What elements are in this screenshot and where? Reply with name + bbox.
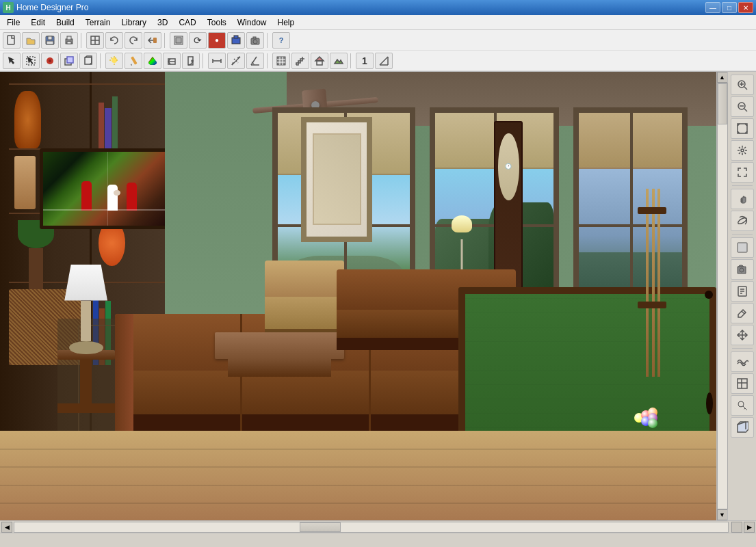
- viewport-canvas[interactable]: 🕐: [0, 72, 716, 520]
- menu-window[interactable]: Window: [232, 16, 272, 29]
- tv-screen: [40, 148, 176, 229]
- svg-rect-36: [277, 57, 285, 65]
- number-one[interactable]: 1: [356, 53, 374, 69]
- dimension-tool[interactable]: [208, 53, 226, 69]
- angle-tool[interactable]: [246, 53, 264, 69]
- scroll-track-horizontal[interactable]: [14, 522, 729, 533]
- back-button[interactable]: [144, 32, 161, 49]
- zoom-out-tool[interactable]: [731, 96, 754, 117]
- transform-tool[interactable]: [60, 53, 78, 69]
- tool-red[interactable]: ●: [208, 32, 226, 49]
- menu-library[interactable]: Library: [116, 16, 152, 29]
- scroll-thumb-vertical[interactable]: [718, 83, 727, 124]
- wave-tool[interactable]: [731, 351, 754, 372]
- menu-3d[interactable]: 3D: [152, 16, 173, 29]
- terrain-tool[interactable]: [330, 53, 348, 69]
- maximize-button[interactable]: □: [722, 2, 737, 13]
- save-button[interactable]: [41, 32, 59, 49]
- app-icon: H: [3, 2, 14, 13]
- scroll-down-button[interactable]: ▼: [717, 509, 728, 520]
- svg-line-35: [251, 57, 257, 65]
- rtool-sep-3: [732, 348, 753, 349]
- rotate-tool[interactable]: ⟳: [189, 32, 207, 49]
- scroll-thumb-horizontal[interactable]: [300, 522, 341, 532]
- coffee-table: [215, 332, 343, 377]
- scroll-up-button[interactable]: ▲: [717, 72, 728, 83]
- help-button[interactable]: ?: [272, 32, 290, 49]
- selection-tool[interactable]: [22, 53, 40, 69]
- toolbar-sep-3: [267, 33, 270, 48]
- select-view-tool[interactable]: [731, 237, 754, 258]
- menu-bar: File Edit Build Terrain Library 3D CAD T…: [0, 15, 756, 30]
- open-button[interactable]: [22, 32, 40, 49]
- svg-rect-25: [131, 56, 137, 64]
- cue-rack: [638, 189, 666, 377]
- tool-plan[interactable]: [227, 32, 245, 49]
- zoom-fit-tool[interactable]: [731, 162, 754, 183]
- title-bar: H Home Designer Pro — □ ✕: [0, 0, 756, 15]
- vertical-scrollbar[interactable]: ▲ ▼: [716, 72, 727, 520]
- side-table: [57, 350, 115, 413]
- move-view-tool[interactable]: [731, 325, 754, 345]
- toolbar-sep-1: [81, 33, 83, 48]
- camera-view-tool[interactable]: [731, 259, 754, 280]
- menu-edit[interactable]: Edit: [25, 16, 51, 29]
- svg-point-72: [738, 401, 744, 407]
- picture-frame: [301, 117, 373, 243]
- door-tool[interactable]: [182, 53, 200, 69]
- hand-tool[interactable]: [731, 189, 754, 209]
- scroll-track-vertical[interactable]: [717, 83, 728, 509]
- grid-view-tool[interactable]: [731, 373, 754, 394]
- box-view-tool[interactable]: [731, 417, 754, 438]
- roof-tool[interactable]: [311, 53, 328, 69]
- orbit-tool[interactable]: [731, 211, 754, 231]
- pan-tool[interactable]: [731, 140, 754, 161]
- note-view-tool[interactable]: [731, 281, 754, 302]
- svg-rect-0: [8, 36, 14, 44]
- svg-point-57: [741, 149, 744, 152]
- circle-tool[interactable]: [41, 53, 59, 69]
- plan-view-button[interactable]: [86, 32, 104, 49]
- key-tool[interactable]: [731, 395, 754, 416]
- undo-button[interactable]: [105, 32, 123, 49]
- scroll-right-button[interactable]: ▶: [744, 522, 755, 533]
- wall-tool[interactable]: [272, 53, 290, 69]
- light-tool[interactable]: [105, 53, 123, 69]
- toolbar-row-1: ⟳ ● ?: [0, 30, 756, 51]
- status-bar: [0, 533, 756, 546]
- svg-rect-14: [234, 36, 238, 38]
- svg-rect-6: [67, 42, 71, 44]
- menu-cad[interactable]: CAD: [173, 16, 201, 29]
- close-button[interactable]: ✕: [738, 2, 753, 13]
- arrow-select[interactable]: [3, 53, 21, 69]
- room-3d-render: 🕐: [0, 72, 716, 520]
- view3d-tool[interactable]: [79, 53, 97, 69]
- redo-button[interactable]: [125, 32, 142, 49]
- stairs-tool[interactable]: [291, 53, 309, 69]
- svg-line-50: [744, 109, 747, 111]
- menu-terrain[interactable]: Terrain: [80, 16, 116, 29]
- select-tool[interactable]: [170, 32, 187, 49]
- fit-view-tool[interactable]: [731, 118, 754, 139]
- edit-view-tool[interactable]: [731, 303, 754, 323]
- slope-tool[interactable]: [375, 53, 393, 69]
- color-tool[interactable]: [144, 53, 161, 69]
- menu-tools[interactable]: Tools: [202, 16, 232, 29]
- svg-rect-10: [153, 38, 157, 43]
- pencil-tool[interactable]: [125, 53, 142, 69]
- armchair: [265, 261, 343, 341]
- zoom-in-tool[interactable]: [731, 75, 754, 95]
- print-button[interactable]: [60, 32, 78, 49]
- svg-point-24: [112, 57, 117, 63]
- camera-button[interactable]: [246, 32, 264, 49]
- horizontal-scrollbar[interactable]: ◀ ▶: [0, 520, 756, 533]
- new-button[interactable]: [3, 32, 21, 49]
- menu-help[interactable]: Help: [272, 16, 300, 29]
- minimize-button[interactable]: —: [705, 2, 720, 13]
- menu-file[interactable]: File: [1, 16, 25, 29]
- measure-tool[interactable]: [227, 53, 245, 69]
- erase-tool[interactable]: [163, 53, 181, 69]
- scroll-left-button[interactable]: ◀: [1, 522, 12, 533]
- app-title: Home Designer Pro: [16, 3, 705, 12]
- menu-build[interactable]: Build: [51, 16, 80, 29]
